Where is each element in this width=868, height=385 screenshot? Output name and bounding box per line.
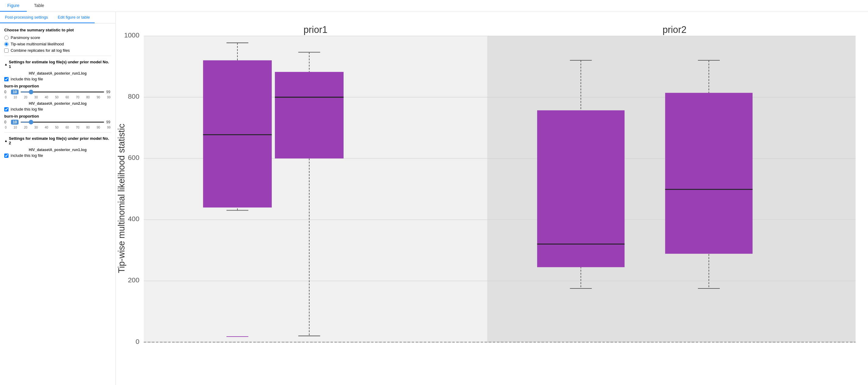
prior2-file1-include-row: include this log file	[4, 153, 111, 158]
chart-container: Tip-wise multinomial likelihood statisti…	[116, 12, 868, 385]
checkbox-combine-row: Combine replicates for all log files	[4, 48, 111, 53]
prior1-file1-slider[interactable]	[21, 91, 104, 93]
prior2-box2	[665, 93, 752, 254]
prior1-file1-slider-val-badge: 10	[11, 90, 19, 94]
tab-figure[interactable]: Figure	[0, 0, 27, 11]
summary-section-title: Choose the summary statistic to plot	[4, 28, 111, 32]
left-panel: Post-processing settings Edit figure or …	[0, 12, 116, 385]
prior1-file1-slider-ticks: 0 10 20 30 40 50 60 70 80 90 99	[4, 96, 111, 99]
svg-text:600: 600	[128, 154, 140, 161]
checkbox-combine[interactable]	[4, 49, 8, 53]
divider-2	[4, 132, 111, 132]
prior2-file1-name: HIV_datasetA_posterior_run1.log	[4, 148, 111, 152]
divider-1	[4, 56, 111, 56]
radio-parsimony-row: Parsimony score	[4, 35, 111, 40]
panel-tab-edit[interactable]: Edit figure or table	[53, 12, 95, 23]
radio-tipwise-label: Tip-wise multinomial likelihood	[11, 42, 64, 46]
prior1-file2-slider[interactable]	[21, 121, 104, 123]
prior1-file1-slider-row: 0 10 99	[4, 90, 111, 94]
top-tab-bar: Figure Table	[0, 0, 868, 12]
chevron-up-icon-2: ▲	[4, 139, 8, 143]
prior2-section-header[interactable]: ▲ Settings for estimate log file(s) unde…	[4, 136, 111, 145]
panel-tab-postprocessing[interactable]: Post-processing settings	[0, 12, 53, 23]
prior1-file1-slider-max: 99	[106, 90, 111, 94]
prior1-file2-name: HIV_datasetA_posterior_run2.log	[4, 101, 111, 106]
prior1-file2-slider-val-badge: 10	[11, 120, 19, 125]
prior1-file2-include-checkbox[interactable]	[4, 107, 8, 112]
radio-tipwise[interactable]	[4, 42, 8, 46]
prior1-section-label: Settings for estimate log file(s) under …	[9, 60, 111, 69]
radio-parsimony-label: Parsimony score	[11, 35, 40, 40]
prior1-file1-include-label: include this log file	[11, 77, 43, 81]
prior1-file2-slider-max: 99	[106, 120, 111, 124]
chart-svg: Tip-wise multinomial likelihood statisti…	[116, 15, 865, 382]
prior1-file2-slider-min: 0	[4, 120, 9, 124]
prior1-file1-name: HIV_datasetA_posterior_run1.log	[4, 71, 111, 76]
prior2-section-label: Settings for estimate log file(s) under …	[9, 136, 111, 145]
prior1-file2-include-label: include this log file	[11, 107, 43, 112]
tab-table[interactable]: Table	[27, 0, 52, 11]
svg-text:800: 800	[128, 93, 140, 100]
radio-tipwise-row: Tip-wise multinomial likelihood	[4, 42, 111, 46]
prior1-file1-include-row: include this log file	[4, 77, 111, 81]
right-panel: Tip-wise multinomial likelihood statisti…	[116, 12, 868, 385]
panel-tab-bar: Post-processing settings Edit figure or …	[0, 12, 115, 24]
prior1-file2-burnin-label: burn-in proportion	[4, 114, 111, 118]
prior1-box1	[203, 60, 272, 207]
prior1-file1-include-checkbox[interactable]	[4, 77, 8, 81]
prior1-section-header[interactable]: ▲ Settings for estimate log file(s) unde…	[4, 60, 111, 69]
prior1-file2-slider-row: 0 10 99	[4, 120, 111, 125]
svg-text:200: 200	[128, 276, 140, 284]
prior1-file1-burnin-label: burn-in proportion	[4, 84, 111, 88]
svg-text:1000: 1000	[124, 31, 140, 39]
svg-text:0: 0	[135, 338, 140, 346]
main-layout: Post-processing settings Edit figure or …	[0, 12, 868, 385]
svg-text:400: 400	[128, 215, 140, 223]
chevron-up-icon-1: ▲	[4, 62, 8, 66]
prior2-file1-include-label: include this log file	[11, 153, 43, 158]
svg-text:Tip-wise multinomial likelihoo: Tip-wise multinomial likelihood statisti…	[117, 124, 126, 273]
prior1-chart-label: prior1	[304, 24, 328, 35]
prior1-file2-include-row: include this log file	[4, 107, 111, 112]
prior2-chart-label: prior2	[662, 24, 687, 35]
radio-parsimony[interactable]	[4, 36, 8, 40]
panel-content: Choose the summary statistic to plot Par…	[0, 24, 115, 165]
prior1-file1-slider-min: 0	[4, 90, 9, 94]
prior1-box2	[275, 72, 344, 158]
prior2-file1-include-checkbox[interactable]	[4, 153, 8, 158]
prior1-file2-slider-ticks: 0 10 20 30 40 50 60 70 80 90 99	[4, 126, 111, 129]
checkbox-combine-label: Combine replicates for all log files	[11, 48, 70, 53]
